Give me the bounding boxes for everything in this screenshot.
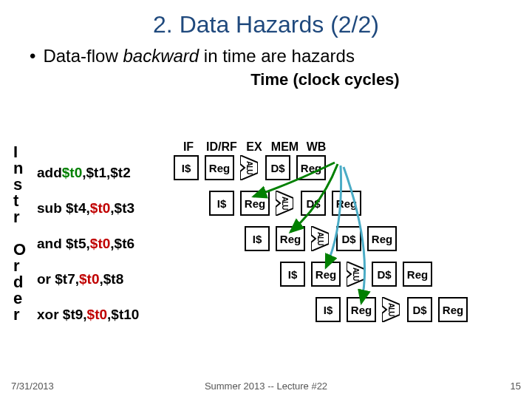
side-label-char: O: [13, 242, 26, 258]
mem-box: D$: [265, 155, 290, 180]
stage-header: MEM: [268, 140, 301, 154]
instruction-row: or $t7,$t0,$t8: [37, 262, 139, 297]
stage-header: IF: [174, 140, 203, 154]
if-box: I$: [245, 226, 270, 251]
side-label-char: [13, 225, 26, 242]
mem-box: D$: [372, 262, 397, 287]
side-label-char: I: [13, 144, 26, 160]
if-box: I$: [280, 262, 305, 287]
side-label-char: r: [13, 258, 26, 274]
side-label-char: e: [13, 290, 26, 307]
footer-title: Summer 2013 -- Lecture #22: [0, 381, 532, 392]
reg-box: Reg: [276, 226, 305, 251]
side-label-char: d: [13, 274, 26, 290]
instruction-row: sub $t4,$t0,$t3: [37, 191, 139, 226]
page-title: 2. Data Hazards (2/2): [0, 11, 532, 38]
side-label-char: r: [13, 209, 26, 225]
wb-box: Reg: [403, 262, 432, 287]
wb-box: Reg: [367, 226, 397, 251]
pipeline-row: I$RegALUD$Reg: [280, 260, 432, 288]
pipeline-row: I$RegALUD$Reg: [245, 225, 397, 253]
wb-box: Reg: [296, 155, 326, 180]
bullet-dot: •: [30, 46, 35, 66]
instruction-row: xor $t9,$t0,$t10: [37, 297, 139, 332]
wb-box: Reg: [332, 191, 361, 216]
alu-box: ALU: [276, 191, 293, 216]
mem-box: D$: [301, 191, 326, 216]
wb-box: Reg: [438, 297, 468, 322]
stage-header: WB: [301, 140, 331, 154]
stage-header: ID/RF: [203, 140, 240, 154]
if-box: I$: [316, 297, 341, 322]
alu-box: ALU: [382, 297, 400, 322]
alu-box: ALU: [311, 226, 329, 251]
pipeline-row: I$RegALUD$Reg: [174, 154, 326, 182]
if-box: I$: [174, 155, 199, 180]
mem-box: D$: [336, 226, 361, 251]
time-axis-label: Time (clock cycles): [118, 70, 532, 89]
pipeline-row: I$RegALUD$Reg: [209, 189, 361, 217]
instruction-row: add $t0,$t1,$t2: [37, 155, 139, 191]
stage-header: EX: [240, 140, 268, 154]
bullet-text: •Data-flow backward in time are hazards: [30, 46, 532, 66]
reg-box: Reg: [205, 155, 234, 180]
alu-box: ALU: [347, 262, 364, 287]
side-label-char: t: [13, 193, 26, 209]
side-label-char: r: [13, 307, 26, 323]
side-label-char: n: [13, 160, 26, 177]
reg-box: Reg: [240, 191, 270, 216]
if-box: I$: [209, 191, 234, 216]
side-label: Instr Order: [13, 144, 26, 323]
footer-page: 15: [511, 381, 521, 392]
instruction-row: and $t5,$t0,$t6: [37, 226, 139, 262]
reg-box: Reg: [347, 297, 376, 322]
reg-box: Reg: [311, 262, 341, 287]
pipeline-row: I$RegALUD$Reg: [316, 296, 468, 324]
mem-box: D$: [407, 297, 432, 322]
stage-headers: IFID/RFEXMEMWB: [174, 140, 331, 154]
instruction-list: add $t0,$t1,$t2sub $t4,$t0,$t3and $t5,$t…: [37, 155, 139, 332]
side-label-char: s: [13, 177, 26, 193]
alu-box: ALU: [240, 155, 258, 180]
